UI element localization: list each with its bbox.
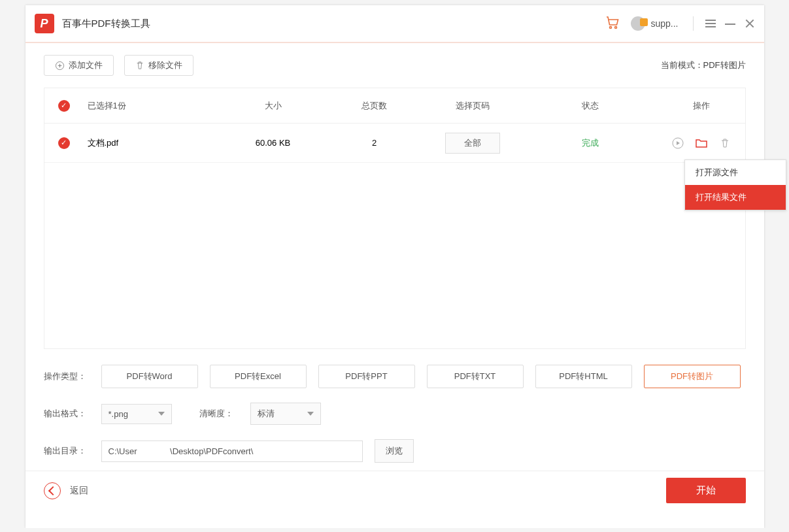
output-format-select[interactable]: *.png xyxy=(101,404,172,424)
col-action: 操作 xyxy=(652,100,750,112)
row-actions xyxy=(652,137,750,150)
app-title: 百事牛PDF转换工具 xyxy=(62,18,150,30)
cell-status: 完成 xyxy=(528,137,652,149)
back-arrow-icon xyxy=(44,482,61,499)
checkall-icon[interactable]: ✓ xyxy=(58,100,70,112)
header-left: P 百事牛PDF转换工具 xyxy=(35,14,150,33)
trash-icon xyxy=(135,61,144,70)
add-file-button[interactable]: 添加文件 xyxy=(44,55,114,76)
browse-button[interactable]: 浏览 xyxy=(375,439,414,463)
minimize-icon[interactable] xyxy=(725,18,735,29)
col-selected: 已选择1份 xyxy=(84,100,214,112)
row-output-format: 输出格式： *.png 清晰度： 标清 xyxy=(44,403,746,425)
open-result-file-item[interactable]: 打开结果文件 xyxy=(685,185,786,210)
open-folder-icon[interactable] xyxy=(695,137,708,150)
play-icon[interactable] xyxy=(671,137,684,150)
type-btn-excel[interactable]: PDF转Excel xyxy=(210,365,307,388)
remove-file-button[interactable]: 移除文件 xyxy=(124,55,193,76)
col-pages: 总页数 xyxy=(332,100,417,112)
type-btn-image[interactable]: PDF转图片 xyxy=(644,365,741,388)
header-bar: P 百事牛PDF转换工具 supp... xyxy=(25,5,764,43)
current-mode: 当前模式：PDF转图片 xyxy=(661,59,746,71)
app-logo-icon: P xyxy=(35,14,54,33)
row-operation-type: 操作类型： PDF转Word PDF转Excel PDF转PPT PDF转TXT… xyxy=(44,365,746,388)
col-status: 状态 xyxy=(528,100,652,112)
back-label: 返回 xyxy=(70,485,88,497)
cart-icon[interactable] xyxy=(605,14,620,33)
add-file-label: 添加文件 xyxy=(69,59,103,71)
user-area[interactable]: supp... xyxy=(631,16,678,31)
quality-label: 清晰度： xyxy=(199,408,239,420)
page-range-button[interactable]: 全部 xyxy=(445,133,500,154)
chevron-down-icon xyxy=(307,412,314,416)
cell-filename: 文档.pdf xyxy=(84,137,214,149)
separator xyxy=(693,16,694,31)
rowcheck-icon[interactable]: ✓ xyxy=(58,137,70,149)
svg-point-1 xyxy=(615,27,617,29)
svg-point-0 xyxy=(610,27,612,29)
plus-circle-icon xyxy=(55,61,65,71)
avatar-icon xyxy=(631,16,645,31)
table-header: ✓ 已选择1份 大小 总页数 选择页码 状态 操作 xyxy=(44,88,745,124)
start-button[interactable]: 开始 xyxy=(666,478,746,503)
window-controls xyxy=(693,16,755,31)
toolbar: 添加文件 移除文件 当前模式：PDF转图片 xyxy=(25,43,764,82)
folder-dropdown: 打开源文件 打开结果文件 xyxy=(684,159,786,210)
row-output-dir: 输出目录： 浏览 xyxy=(44,439,746,463)
close-icon[interactable] xyxy=(745,18,755,29)
header-right: supp... xyxy=(605,14,754,33)
chevron-down-icon xyxy=(158,412,165,416)
cell-size: 60.06 KB xyxy=(214,138,332,148)
col-size: 大小 xyxy=(214,100,332,112)
outputdir-label: 输出目录： xyxy=(44,445,90,457)
open-source-file-item[interactable]: 打开源文件 xyxy=(685,160,786,185)
footer: 返回 开始 xyxy=(25,471,764,510)
type-btn-word[interactable]: PDF转Word xyxy=(101,365,198,388)
app-window: P 百事牛PDF转换工具 supp... 添加文件 xyxy=(25,5,764,528)
row-delete-icon[interactable] xyxy=(718,137,731,150)
type-label: 操作类型： xyxy=(44,371,90,382)
menu-icon[interactable] xyxy=(705,18,716,29)
cell-pages: 2 xyxy=(332,138,417,148)
back-button[interactable]: 返回 xyxy=(44,482,88,499)
quality-select[interactable]: 标清 xyxy=(250,403,321,425)
options-panel: 操作类型： PDF转Word PDF转Excel PDF转PPT PDF转TXT… xyxy=(25,349,764,471)
type-btn-txt[interactable]: PDF转TXT xyxy=(427,365,524,388)
type-btn-ppt[interactable]: PDF转PPT xyxy=(318,365,415,388)
user-name: supp... xyxy=(650,18,678,29)
format-label: 输出格式： xyxy=(44,408,90,420)
file-table: ✓ 已选择1份 大小 总页数 选择页码 状态 操作 ✓ 文档.pdf 60.06… xyxy=(44,88,746,349)
table-row: ✓ 文档.pdf 60.06 KB 2 全部 完成 xyxy=(44,124,745,163)
col-range: 选择页码 xyxy=(417,100,528,112)
type-btn-html[interactable]: PDF转HTML xyxy=(535,365,632,388)
output-path-input[interactable] xyxy=(101,441,363,462)
remove-file-label: 移除文件 xyxy=(148,59,182,71)
